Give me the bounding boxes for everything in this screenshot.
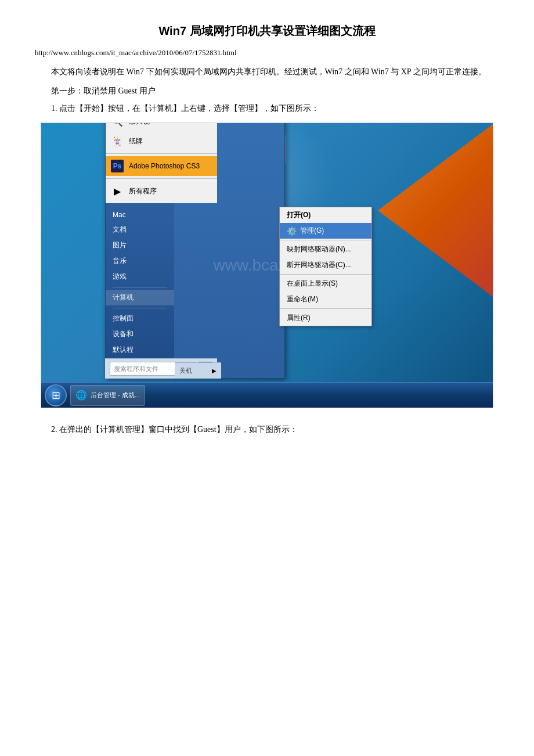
menu-item-ps[interactable]: Ps Adobe Photoshop CS3 (106, 156, 217, 176)
menu-sep-3 (106, 178, 217, 179)
right-item-defaults[interactable]: 默认程 (106, 342, 174, 358)
magnify-icon: 🔍 (110, 123, 124, 128)
right-item-music[interactable]: 音乐 (106, 253, 174, 269)
menu-item-all-programs[interactable]: ▶ 所有程序 (106, 181, 217, 201)
ctx-sep-2 (280, 274, 371, 275)
orange-decoration (378, 123, 493, 297)
step2-desc: 2. 在弹出的【计算机管理】窗口中找到【Guest】用户，如下图所示： (35, 422, 499, 437)
ctx-sep-3 (280, 308, 371, 309)
menu-item-solitaire[interactable]: 🃏 纸牌 (106, 131, 217, 151)
ctx-show-desktop[interactable]: 在桌面上显示(S) (280, 276, 371, 291)
all-programs-icon: ▶ (110, 184, 124, 198)
menu-label-magnify: 放大镜 (129, 123, 150, 127)
windows-orb[interactable]: ⊞ (45, 384, 67, 406)
shutdown-label[interactable]: 关机 (179, 366, 192, 375)
ctx-disconnect-label: 断开网络驱动器(C)... (287, 260, 351, 270)
ctx-disconnect-drive[interactable]: 断开网络驱动器(C)... (280, 257, 371, 273)
menu-label-ps: Adobe Photoshop CS3 (129, 162, 200, 170)
ctx-map-drive-label: 映射网络驱动器(N)... (287, 244, 351, 254)
menu-label-all-programs: 所有程序 (129, 186, 157, 196)
step1-desc: 1. 点击【开始】按钮，在【计算机】上右键，选择【管理】，如下图所示： (35, 101, 499, 116)
ctx-manage-label: 管理(G) (300, 226, 324, 236)
right-sep-1 (113, 287, 167, 287)
right-item-games[interactable]: 游戏 (106, 269, 174, 285)
right-item-devices[interactable]: 设备和 (106, 326, 174, 342)
ctx-open-label: 打开(O) (287, 210, 311, 220)
taskbar-ie-icon: 🌐 (75, 390, 87, 401)
ctx-manage[interactable]: ⚙️ 管理(G) (280, 223, 371, 239)
ctx-properties[interactable]: 属性(R) (280, 310, 371, 326)
windows-logo: ⊞ (52, 389, 60, 402)
taskbar: ⊞ 🌐 后台管理 - 成就... (41, 382, 493, 408)
menu-item-magnify[interactable]: 🔍 放大镜 (106, 123, 217, 131)
start-button[interactable]: ⊞ (44, 384, 68, 406)
page-title: Win7 局域网打印机共享设置详细图文流程 (35, 23, 499, 39)
taskbar-item-label: 后台管理 - 成就... (91, 391, 140, 399)
right-item-mac[interactable]: Mac (106, 208, 174, 222)
ps-icon: Ps (110, 159, 124, 173)
article-url: http://www.cnblogs.com/it_mac/archive/20… (35, 48, 499, 57)
ctx-rename[interactable]: 重命名(M) (280, 291, 371, 307)
menu-sep-2 (106, 153, 217, 154)
step1-title: 第一步：取消禁用 Guest 用户 (35, 86, 499, 96)
start-menu-left: 📄 入门 ▶ Windows Media Center 计算器 (106, 123, 217, 203)
start-menu-right: Mac 文档 图片 音乐 游戏 计算机 控制面 设备和 默认程 帮助和 (106, 203, 174, 378)
right-sep-2 (113, 308, 167, 308)
ctx-properties-label: 属性(R) (287, 313, 311, 323)
shutdown-arrow[interactable]: ▶ (212, 368, 217, 374)
taskbar-item-admin[interactable]: 🌐 后台管理 - 成就... (70, 385, 145, 406)
right-item-pics[interactable]: 图片 (106, 237, 174, 253)
ctx-show-desktop-label: 在桌面上显示(S) (287, 279, 338, 289)
ctx-rename-label: 重命名(M) (287, 294, 318, 304)
menu-label-solitaire: 纸牌 (129, 136, 143, 146)
context-menu: 打开(O) ⚙️ 管理(G) 映射网络驱动器(N)... 断开网络驱动器(C).… (279, 207, 372, 326)
manage-icon: ⚙️ (287, 226, 297, 236)
ctx-map-drive[interactable]: 映射网络驱动器(N)... (280, 242, 371, 257)
right-item-control[interactable]: 控制面 (106, 311, 174, 326)
intro-text: 本文将向读者说明在 Win7 下如何实现同个局域网内共享打印机。经过测试，Win… (35, 64, 499, 79)
solitaire-icon: 🃏 (110, 134, 124, 148)
right-item-docs[interactable]: 文档 (106, 222, 174, 237)
win7-desktop: www.bcax.com 📄 入门 ▶ Windows Media Center (41, 123, 493, 408)
ctx-sep-1 (280, 240, 371, 240)
start-menu[interactable]: 📄 入门 ▶ Windows Media Center 计算器 (105, 123, 285, 379)
screenshot-1: www.bcax.com 📄 入门 ▶ Windows Media Center (41, 123, 493, 408)
right-item-computer[interactable]: 计算机 (106, 290, 174, 305)
ctx-open[interactable]: 打开(O) (280, 207, 371, 223)
